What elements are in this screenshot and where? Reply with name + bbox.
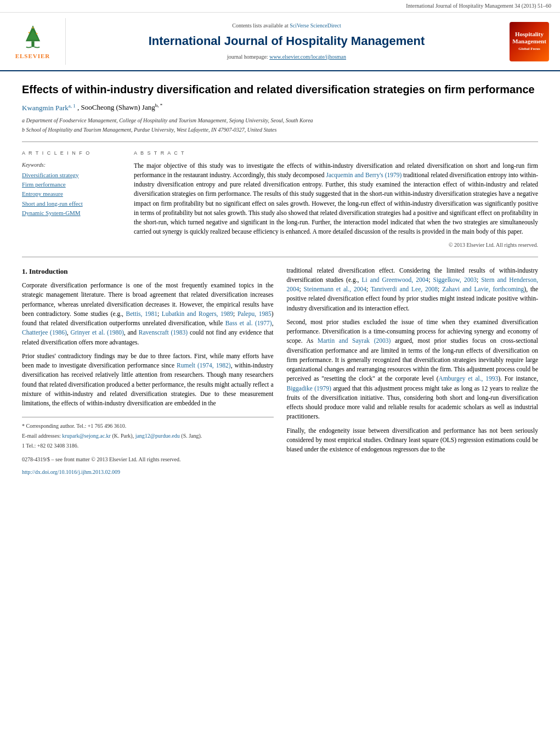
ref-lubatkin[interactable]: Lubatkin and Rogers, 1989 [162,310,233,317]
right-para3: Finally, the endogeneity issue between d… [287,426,539,455]
keyword-1[interactable]: Diversification strategy [22,171,121,179]
author2-sup: b, * [155,103,163,108]
ref-bettis[interactable]: Bettis, 1981 [126,310,157,317]
sciverse-prefix: Contents lists available at [232,22,288,29]
email2-link[interactable]: jang12@purdue.edu [135,433,180,439]
keyword-2[interactable]: Firm performance [22,180,121,189]
keyword-5[interactable]: Dynamic System-GMM [22,209,121,217]
abstract-label: A B S T R A C T [134,150,538,157]
authors-line: Kwangmin Parka, 1 , SooCheong (Shawn) Ja… [22,102,538,113]
abstract-content: The major objective of this study was to… [134,162,538,235]
elsevier-tree-icon [14,22,52,50]
ref-tanriverdi[interactable]: Tanriverdi and Lee, 2008 [371,286,438,292]
footnote-emails: E-mail addresses: krupark@sejong.ac.kr (… [22,432,274,440]
doi-anchor[interactable]: http://dx.doi.org/10.1016/j.ijhm.2013.02… [22,469,120,475]
ref-martin-sayrak[interactable]: Martin and Sayrak (2003) [318,337,391,344]
journal-reference: International Journal of Hospitality Man… [0,0,560,13]
ref-grinyer[interactable]: Grinyer et al. (1980) [70,329,123,336]
email1-link[interactable]: krupark@sejong.ac.kr [62,433,111,439]
copyright-line: © 2013 Elsevier Ltd. All rights reserved… [134,241,538,249]
hospitality-badge-container: HospitalityManagement Global Focus [507,18,551,65]
elsevier-logo: ELSEVIER [0,18,66,65]
ref-chatterjee[interactable]: Chatterjee (1986) [22,329,67,336]
intro-para2: Prior studies' contradictory findings ma… [22,352,274,409]
article-info-panel: A R T I C L E I N F O Keywords: Diversif… [22,150,121,249]
author1-sup: a, 1 [69,103,76,108]
abstract-text: The major objective of this study was to… [134,161,538,237]
article-title: Effects of within-industry diversificati… [22,82,538,97]
author1-name: Kwangmin Park [22,104,69,112]
hosp-badge-subtitle: Global Focus [518,47,540,52]
issn-line: 0278-4319/$ – see front matter © 2013 El… [22,455,274,476]
doi-link: http://dx.doi.org/10.1016/j.ijhm.2013.02… [22,468,274,476]
journal-homepage-line: journal homepage: www.elsevier.com/locat… [227,53,346,61]
ref-amburgey[interactable]: Amburgey et al., 1993 [439,375,499,382]
sciverse-link[interactable]: SciVerse ScienceDirect [290,22,341,29]
keyword-3[interactable]: Entropy measure [22,190,121,198]
article-info-label: A R T I C L E I N F O [22,150,121,157]
ref-steinemann[interactable]: Steinemann et al., 2004 [304,286,366,292]
right-para1: traditional related diversification effe… [287,266,539,313]
intro-para1: Corporate diversification performance is… [22,281,274,347]
ref-siggelkow[interactable]: Siggelkow, 2003 [433,276,476,283]
journal-title: International Journal of Hospitality Man… [149,33,425,50]
ref-palepu[interactable]: Palepu, 1985 [237,310,271,317]
sciverse-line: Contents lists available at SciVerse Sci… [232,22,341,30]
footnote-corresponding: * Corresponding author. Tel.: +1 765 496… [22,422,274,430]
hosp-badge-title: HospitalityManagement [512,31,546,45]
ref-rumelt[interactable]: Rumelt (1974, 1982) [177,362,231,369]
journal-center-info: Contents lists available at SciVerse Sci… [75,18,499,65]
footnote-area: * Corresponding author. Tel.: +1 765 496… [22,417,274,450]
author2-name: , SooCheong (Shawn) Jang [77,104,155,112]
two-column-body: 1. Introduction Corporate diversificatio… [22,266,538,481]
info-abstract-section: A R T I C L E I N F O Keywords: Diversif… [22,142,538,257]
homepage-label: journal homepage: [227,54,268,60]
right-para2: Second, most prior studies excluded the … [287,318,539,422]
ref-biggadike[interactable]: Biggadike (1979) [287,385,331,392]
footnote-tel2: 1 Tel.: +82 02 3408 3186. [22,442,274,450]
email1-author: (K. Park), [112,433,134,439]
ref-bass[interactable]: Bass et al. (1977) [225,320,272,326]
email-label: E-mail addresses: [22,433,61,439]
homepage-link[interactable]: www.elsevier.com/locate/ijhosman [269,54,346,60]
journal-ref-text: International Journal of Hospitality Man… [406,3,551,9]
email2-author: (S. Jang). [181,433,202,439]
affiliations: a Department of Foodservice Management, … [22,116,538,134]
author1-link[interactable]: Kwangmin Parka, 1 [22,104,77,112]
elsevier-wordmark: ELSEVIER [15,52,50,60]
svg-point-5 [32,27,33,29]
keywords-label: Keywords: [22,161,121,169]
left-column: 1. Introduction Corporate diversificatio… [22,266,274,481]
ref-ravenscraft[interactable]: Ravenscraft (1983) [139,329,188,336]
main-content: Effects of within-industry diversificati… [0,71,560,491]
right-column: traditional related diversification effe… [287,266,539,481]
keyword-4[interactable]: Short and long-run effect [22,200,121,208]
journal-header: ELSEVIER Contents lists available at Sci… [0,13,560,71]
issn-text: 0278-4319/$ – see front matter © 2013 El… [22,455,274,463]
hospitality-badge: HospitalityManagement Global Focus [510,22,549,61]
affiliation-b: b School of Hospitality and Tourism Mana… [22,126,538,134]
abstract-panel: A B S T R A C T The major objective of t… [134,150,538,249]
affiliation-a: a Department of Foodservice Management, … [22,116,538,125]
svg-rect-0 [31,41,34,47]
abstract-ref-jacquemin[interactable]: Jacquemin and Berry's (1979) [326,172,401,178]
svg-point-4 [36,33,37,35]
ref-li-greenwood[interactable]: Li and Greenwood, 2004 [362,276,429,283]
svg-point-3 [28,32,30,33]
intro-heading: 1. Introduction [22,266,274,277]
ref-zahavi[interactable]: Zahavi and Lavie, forthcoming [442,286,524,292]
